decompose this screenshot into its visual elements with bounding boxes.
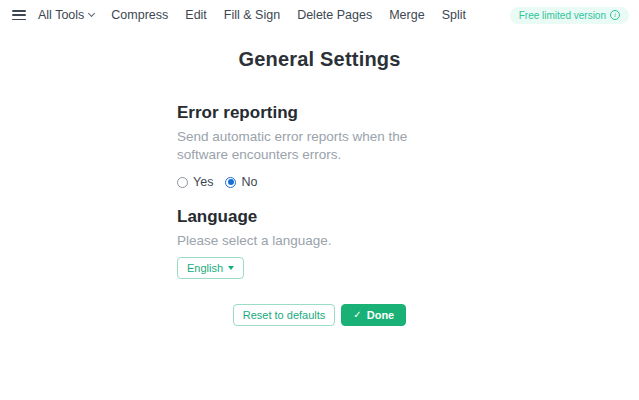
language-description: Please select a language.	[177, 232, 439, 250]
nav-item-delete-pages[interactable]: Delete Pages	[297, 8, 372, 22]
checkmark-icon: ✓	[353, 309, 361, 320]
footer-actions: Reset to defaults ✓ Done	[177, 304, 462, 326]
language-dropdown-button[interactable]: English	[177, 257, 244, 279]
hamburger-menu-icon[interactable]	[12, 10, 26, 20]
error-reporting-radio-group: Yes No	[177, 175, 462, 189]
free-version-badge[interactable]: Free limited version i	[510, 7, 629, 24]
language-heading: Language	[177, 207, 462, 227]
radio-option-no[interactable]: No	[225, 175, 257, 189]
radio-option-yes[interactable]: Yes	[177, 175, 213, 189]
nav-item-merge[interactable]: Merge	[389, 8, 424, 22]
nav-item-all-tools[interactable]: All Tools	[38, 8, 94, 22]
nav-item-split[interactable]: Split	[442, 8, 466, 22]
reset-to-defaults-button[interactable]: Reset to defaults	[233, 304, 336, 326]
language-dropdown-value: English	[187, 262, 223, 274]
nav-item-edit[interactable]: Edit	[185, 8, 207, 22]
free-version-badge-label: Free limited version	[519, 10, 606, 21]
nav-item-compress[interactable]: Compress	[111, 8, 168, 22]
settings-panel: General Settings Error reporting Send au…	[177, 48, 462, 326]
dropdown-arrow-icon	[228, 266, 234, 270]
radio-button-yes[interactable]	[177, 177, 188, 188]
nav-item-label: All Tools	[38, 8, 84, 22]
error-reporting-heading: Error reporting	[177, 103, 462, 123]
done-button[interactable]: ✓ Done	[341, 304, 406, 326]
radio-label-no: No	[241, 175, 257, 189]
nav-item-fill-sign[interactable]: Fill & Sign	[224, 8, 280, 22]
done-button-label: Done	[367, 309, 395, 321]
top-navbar: All Tools Compress Edit Fill & Sign Dele…	[0, 0, 639, 28]
error-reporting-description: Send automatic error reports when the so…	[177, 128, 439, 163]
chevron-down-icon	[88, 10, 95, 17]
radio-button-no[interactable]	[225, 177, 236, 188]
nav-menu: All Tools Compress Edit Fill & Sign Dele…	[38, 8, 466, 22]
info-icon: i	[610, 10, 620, 20]
page-title: General Settings	[177, 48, 462, 71]
radio-label-yes: Yes	[193, 175, 213, 189]
